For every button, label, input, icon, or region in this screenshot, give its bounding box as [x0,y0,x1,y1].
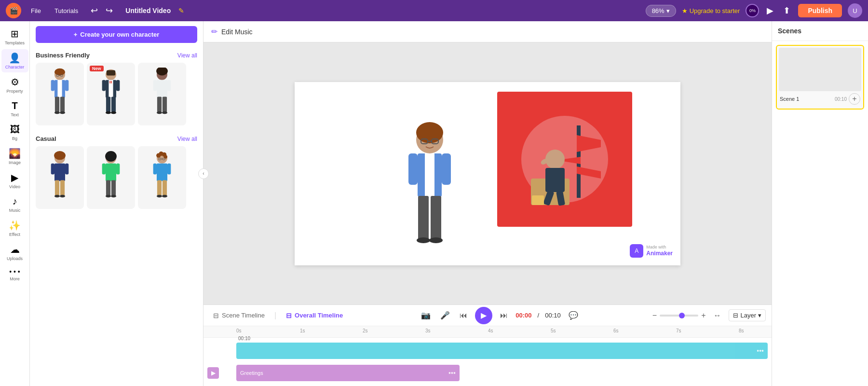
templates-icon: ⊞ [11,28,19,40]
app-logo: 🎬 [6,3,21,18]
preview-play-button[interactable]: ▶ [765,3,775,18]
track-main-content[interactable]: 00:10 ••• [236,343,768,359]
skip-forward-button[interactable]: ⏭ [498,309,510,322]
business-character-grid: New [30,63,203,131]
create-character-button[interactable]: + Create your own character [36,26,197,43]
casual-character-grid [30,146,203,215]
captions-button[interactable]: 💬 [567,309,580,322]
track-main-dots: ••• [757,347,768,355]
svg-rect-61 [157,180,162,196]
svg-rect-28 [157,97,162,112]
layer-label: Layer [740,312,756,319]
casual-view-all[interactable]: View all [177,136,197,142]
canvas[interactable]: A Made with Animaker [295,82,680,265]
character-card-1[interactable] [36,63,84,125]
track-greetings-content[interactable]: Greetings ••• [236,365,768,381]
edit-icon: ✏ [211,27,217,36]
timeline-play-button[interactable]: ▶ [475,307,492,324]
publish-button[interactable]: Publish [798,4,842,17]
sidebar-item-property-label: Property [6,89,23,94]
scene-timeline-icon: ⊟ [213,312,219,319]
svg-rect-37 [55,180,59,196]
business-view-all[interactable]: View all [177,52,197,59]
track-main-bar: ••• [236,343,768,359]
progress-value: 0% [749,8,756,13]
upgrade-button[interactable]: ★ Upgrade to starter [682,7,740,14]
time-separator: / [538,312,540,319]
collapse-panel-button[interactable]: ‹ [198,168,209,179]
business-section-header: Business Friendly View all [30,48,203,63]
zoom-minus-button[interactable]: − [652,311,657,320]
overall-timeline-label: Overall Timeline [295,312,343,319]
svg-point-1 [54,69,65,76]
layer-button[interactable]: ⊟ Layer ▾ [729,309,766,321]
sidebar-item-templates[interactable]: ⊞ Templates [1,25,28,48]
animaker-logo-icon: A [630,244,643,258]
sidebar-item-image[interactable]: 🌄 Image [1,145,28,168]
svg-rect-66 [167,164,171,175]
sidebar-item-music[interactable]: ♪ Music [1,193,28,216]
svg-rect-7 [55,97,59,112]
tab-scene-timeline[interactable]: ⊟ Scene Timeline [209,310,269,321]
svg-rect-62 [163,180,167,196]
timeline: ⊟ Scene Timeline | ⊟ Overall Timeline 📷 … [203,304,772,386]
track-main: 00:10 ••• [203,340,772,362]
zoom-control[interactable]: 86% ▾ [646,5,676,17]
title-edit-icon[interactable]: ✎ [178,7,184,14]
character-card-3[interactable] [138,63,186,125]
sidebar-item-bg[interactable]: 🖼 Bg [1,121,28,144]
sidebar-item-more[interactable]: • • • More [1,265,28,284]
add-scene-button[interactable]: + [849,93,860,105]
sidebar: ⊞ Templates 👤 Character ⚙ Property T Tex… [0,21,30,386]
zoom-value: 86% [652,7,665,14]
user-avatar[interactable]: U [848,3,862,18]
sidebar-item-uploads[interactable]: ☁ Uploads [1,241,28,264]
character-card-2[interactable]: New [87,63,135,125]
sidebar-item-text[interactable]: T Text [1,97,28,120]
track-main-time: 00:10 [238,336,250,341]
ruler-7s: 7s [676,328,681,333]
character-card-6[interactable] [138,146,186,209]
business-section-title: Business Friendly [36,52,90,59]
expand-button[interactable]: ↔ [711,309,723,322]
casual-section-header: Casual View all [30,131,203,146]
timeline-separator: | [274,311,276,320]
animaker-watermark: A Made with Animaker [630,244,673,258]
sidebar-item-property[interactable]: ⚙ Property [1,73,28,96]
zoom-slider[interactable] [660,315,698,317]
svg-rect-29 [163,97,167,112]
ruler-3s: 3s [425,328,431,333]
character-card-5[interactable] [87,146,135,209]
scene-card-1[interactable]: Scene 1 00:10 + [776,45,864,110]
undo-button[interactable]: ↩ [88,4,101,17]
zoom-plus-button[interactable]: + [701,311,705,320]
tab-overall-timeline[interactable]: ⊟ Overall Timeline [282,310,347,321]
redo-button[interactable]: ↪ [103,4,116,17]
more-icon: • • • [9,268,20,276]
svg-rect-73 [425,153,434,197]
character-panel: + Create your own character Business Fri… [30,21,203,386]
sidebar-item-image-label: Image [9,160,21,165]
casual-section-title: Casual [36,135,56,142]
video-icon: ▶ [11,172,18,183]
share-button[interactable]: ⬆ [781,3,792,18]
progress-circle[interactable]: 0% [746,4,759,17]
svg-point-40 [60,195,65,198]
skip-back-button[interactable]: ⏮ [458,309,469,322]
tutorials-menu[interactable]: Tutorials [51,5,82,16]
svg-rect-32 [153,80,157,91]
sidebar-item-video-label: Video [9,184,20,189]
character-card-4[interactable] [36,146,84,209]
sidebar-item-effect-label: Effect [9,232,20,237]
file-menu[interactable]: File [27,5,45,16]
svg-rect-78 [408,153,418,185]
greetings-play-icon[interactable]: ▶ [211,370,216,376]
topbar: 🎬 File Tutorials ↩ ↪ Untitled Video ✎ 86… [0,0,868,21]
sidebar-item-effect[interactable]: ✨ Effect [1,217,28,240]
svg-rect-46 [106,180,110,196]
sidebar-item-character[interactable]: 👤 Character [1,49,28,72]
camera-button[interactable]: 📷 [419,309,433,322]
mic-button[interactable]: 🎤 [438,309,452,322]
sidebar-item-video[interactable]: ▶ Video [1,169,28,192]
svg-rect-23 [102,80,106,91]
